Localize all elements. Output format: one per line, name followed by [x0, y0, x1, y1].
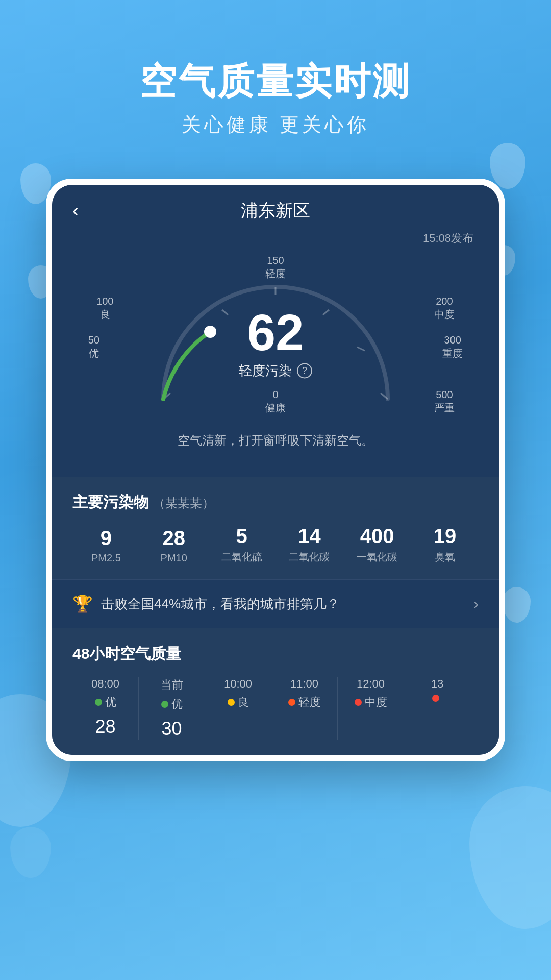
gauge-label-150: 150轻度 [265, 254, 286, 280]
hour-value: 30 [144, 718, 199, 740]
status-dot [288, 699, 295, 706]
gauge-label-200: 200中度 [434, 295, 455, 321]
aqi-advice: 空气清新，打开窗呼吸下清新空气。 [67, 425, 484, 461]
hour-status: 轻度 [277, 695, 332, 710]
pollutants-section: 主要污染物 （某某某） 9 PM2.5 28 PM10 5 二氧化硫 14 二氧… [52, 477, 499, 579]
pollutant-value: 5 [208, 526, 276, 546]
pollutant-item: 28 PM10 [140, 528, 208, 564]
gauge-label-300: 300重度 [442, 333, 463, 360]
pollutants-title: 主要污染物 （某某某） [72, 492, 479, 513]
ranking-arrow: › [473, 595, 479, 612]
pollutant-name: PM10 [140, 552, 208, 564]
ranking-text: 击败全国44%城市，看我的城市排第几？ [101, 595, 473, 613]
location-title: 浦东新区 [241, 199, 310, 223]
hours-title: 48小时空气质量 [72, 644, 499, 665]
gauge-container: 0健康 50优 100良 150轻度 200中度 300重度 [67, 251, 484, 425]
pollutant-item: 5 二氧化硫 [208, 526, 276, 564]
pollutant-name: 二氧化碳 [276, 550, 343, 564]
hour-label: 良 [238, 695, 249, 710]
hour-time: 13 [409, 677, 465, 691]
pollutant-value: 28 [140, 528, 208, 548]
pollutant-name: 臭氧 [411, 550, 479, 564]
hour-time: 11:00 [277, 677, 332, 691]
hours-scroll[interactable]: 08:00 优 28 当前 优 30 10:00 良 11:00 轻度 12:0… [72, 677, 499, 740]
pollutant-name: PM2.5 [72, 552, 140, 564]
status-dot [228, 699, 235, 706]
pollutant-value: 14 [276, 526, 343, 546]
hero-section: 空气质量实时测 关心健康 更关心你 [0, 0, 551, 158]
phone-mockup: ‹ 浦东新区 15:08发布 [46, 179, 505, 761]
back-button[interactable]: ‹ [72, 200, 79, 222]
hour-time: 08:00 [78, 677, 133, 691]
water-drop-decoration [490, 143, 525, 189]
hour-item: 当前 优 30 [139, 677, 205, 740]
status-dot [161, 701, 168, 708]
water-drop-decoration [10, 827, 51, 878]
hour-item: 12:00 中度 [338, 677, 404, 740]
status-dot [95, 699, 102, 706]
app-screen: ‹ 浦东新区 15:08发布 [52, 185, 499, 755]
hour-label: 轻度 [298, 695, 321, 710]
hour-status [409, 695, 465, 702]
water-drop-decoration [503, 587, 531, 623]
gauge-label-50: 50优 [88, 333, 99, 360]
publish-time: 15:08发布 [67, 231, 484, 246]
gauge-label-500: 500严重 [434, 388, 455, 414]
hour-status: 优 [144, 697, 199, 712]
trophy-icon: 🏆 [72, 594, 93, 614]
app-header: ‹ 浦东新区 [52, 185, 499, 231]
status-dot [355, 699, 362, 706]
hour-time: 当前 [144, 677, 199, 693]
aqi-status: 轻度污染 ? [239, 362, 312, 380]
pollutant-value: 9 [72, 528, 140, 548]
help-icon[interactable]: ? [297, 363, 312, 378]
ranking-banner[interactable]: 🏆 击败全国44%城市，看我的城市排第几？ › [52, 579, 499, 628]
pollutant-item: 14 二氧化碳 [276, 526, 343, 564]
aqi-value: 62 [239, 307, 312, 358]
hour-label: 中度 [365, 695, 387, 710]
hour-item: 13 [404, 677, 470, 740]
pollutant-name: 二氧化硫 [208, 550, 276, 564]
hour-time: 12:00 [343, 677, 398, 691]
status-dot [432, 695, 439, 702]
water-drop-decoration [469, 786, 551, 929]
pollutants-note: （某某某） [153, 496, 214, 510]
gauge-label-100: 100良 [96, 295, 113, 321]
hour-label: 优 [105, 695, 116, 710]
pollutant-name: 一氧化碳 [343, 550, 411, 564]
hour-label: 优 [171, 697, 183, 712]
hour-status: 良 [210, 695, 266, 710]
pollutant-item: 9 PM2.5 [72, 528, 140, 564]
pollutant-value: 400 [343, 526, 411, 546]
hours-section: 48小时空气质量 08:00 优 28 当前 优 30 10:00 良 11:0… [52, 628, 499, 755]
hour-item: 11:00 轻度 [271, 677, 338, 740]
gauge-label-0: 0健康 [265, 388, 286, 414]
aqi-center: 62 轻度污染 ? [239, 307, 312, 380]
gauge-section: 15:08发布 [52, 231, 499, 477]
hour-status: 中度 [343, 695, 398, 710]
hour-time: 10:00 [210, 677, 266, 691]
hour-status: 优 [78, 695, 133, 710]
hero-subtitle: 关心健康 更关心你 [0, 112, 551, 138]
pollutant-value: 19 [411, 526, 479, 546]
hour-item: 10:00 良 [205, 677, 271, 740]
hour-value: 28 [78, 716, 133, 738]
pollutants-grid: 9 PM2.5 28 PM10 5 二氧化硫 14 二氧化碳 400 一氧化碳 … [72, 526, 479, 564]
pollutant-item: 400 一氧化碳 [343, 526, 411, 564]
pollutant-item: 19 臭氧 [411, 526, 479, 564]
hour-item: 08:00 优 28 [72, 677, 139, 740]
hero-title: 空气质量实时测 [0, 61, 551, 102]
